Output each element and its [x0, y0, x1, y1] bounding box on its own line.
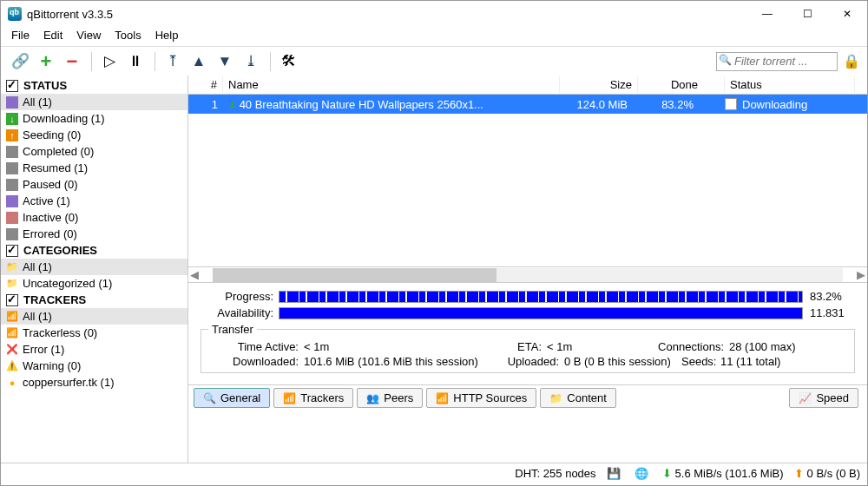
- host-icon: ●: [6, 377, 18, 389]
- col-status[interactable]: Status: [725, 76, 855, 93]
- sidebar-item-downloading[interactable]: ↓Downloading (1): [1, 110, 187, 127]
- menu-tools[interactable]: Tools: [108, 27, 148, 46]
- sidebar-item-seeding[interactable]: ↑Seeding (0): [1, 127, 187, 143]
- sidebar-item-tracker-all[interactable]: 📶All (1): [1, 308, 187, 325]
- tab-speed[interactable]: 📈Speed: [789, 388, 858, 408]
- scroll-thumb[interactable]: [213, 268, 496, 282]
- filter-input[interactable]: [716, 52, 838, 71]
- menu-edit[interactable]: Edit: [36, 27, 69, 46]
- lock-icon[interactable]: 🔒: [843, 53, 860, 69]
- trackers-section-head[interactable]: TRACKERS: [1, 292, 187, 308]
- move-top-button[interactable]: ⤒: [161, 49, 185, 74]
- status-net: 🌐: [635, 467, 652, 480]
- add-torrent-button[interactable]: +: [34, 49, 58, 74]
- col-num[interactable]: #: [188, 76, 223, 93]
- general-icon: 🔍: [203, 392, 216, 404]
- tab-trackers[interactable]: 📶Trackers: [273, 388, 353, 408]
- transfer-legend: Transfer: [208, 323, 257, 336]
- status-icon: [6, 179, 18, 191]
- tab-general[interactable]: 🔍General: [194, 388, 270, 408]
- sidebar-item-paused[interactable]: Paused (0): [1, 176, 187, 193]
- folder-icon: 📁: [6, 261, 18, 273]
- folder-icon: 📁: [6, 278, 18, 290]
- sidebar: STATUS All (1) ↓Downloading (1) ↑Seeding…: [1, 76, 188, 463]
- downloaded-value: 101.6 MiB (101.6 MiB this session): [304, 355, 503, 368]
- checkbox-icon: [6, 294, 18, 306]
- sidebar-item-active[interactable]: Active (1): [1, 193, 187, 209]
- horizontal-scrollbar[interactable]: ◀ ▶: [188, 266, 867, 282]
- pause-button[interactable]: ⏸: [123, 49, 148, 74]
- torrent-list[interactable]: 1 ⬇ 40 Breathtaking Nature HD Wallpapers…: [188, 95, 867, 266]
- resume-button[interactable]: ▷: [97, 49, 122, 74]
- eta-value: < 1m: [547, 340, 651, 353]
- scroll-left-icon[interactable]: ◀: [188, 268, 201, 281]
- col-size[interactable]: Size: [560, 76, 638, 93]
- scroll-right-icon[interactable]: ▶: [855, 268, 867, 281]
- progress-label: Progress:: [201, 290, 279, 303]
- sidebar-item-category-uncategorized[interactable]: 📁Uncategorized (1): [1, 275, 187, 292]
- disk-icon: 💾: [607, 467, 621, 480]
- menu-view[interactable]: View: [69, 27, 108, 46]
- col-done[interactable]: Done: [638, 76, 725, 93]
- move-bottom-button[interactable]: ⤓: [239, 49, 263, 74]
- status-icon: [6, 146, 18, 158]
- menu-file[interactable]: File: [4, 27, 36, 46]
- sidebar-item-tracker-error[interactable]: ❌Error (1): [1, 341, 187, 358]
- sidebar-item-tracker-host[interactable]: ●coppersurfer.tk (1): [1, 374, 187, 391]
- status-icon: [6, 96, 18, 108]
- status-disk: 💾: [607, 467, 624, 480]
- warning-icon: ⚠️: [6, 360, 18, 372]
- tab-content[interactable]: 📁Content: [540, 388, 616, 408]
- tab-peers[interactable]: 👥Peers: [357, 388, 423, 408]
- sidebar-item-resumed[interactable]: Resumed (1): [1, 160, 187, 176]
- add-link-button[interactable]: 🔗: [8, 49, 32, 74]
- close-button[interactable]: ✕: [827, 1, 867, 27]
- col-name[interactable]: Name: [223, 76, 560, 93]
- sidebar-item-category-all[interactable]: 📁All (1): [1, 259, 187, 275]
- filter-wrap: [716, 52, 838, 71]
- http-icon: 📶: [436, 392, 449, 404]
- eta-label: ETA:: [503, 340, 547, 353]
- upload-icon: ⬆: [794, 467, 804, 480]
- move-up-button[interactable]: ▲: [187, 49, 211, 74]
- status-icon: [6, 212, 18, 224]
- sidebar-item-tracker-warning[interactable]: ⚠️Warning (0): [1, 358, 187, 374]
- seeds-value: 11 (11 total): [720, 355, 780, 368]
- maximize-button[interactable]: ☐: [787, 1, 827, 27]
- tab-http[interactable]: 📶HTTP Sources: [426, 388, 536, 408]
- status-down: ⬇5.6 MiB/s (101.6 MiB): [662, 467, 784, 480]
- tracker-icon: 📶: [6, 327, 18, 339]
- categories-section-head[interactable]: CATEGORIES: [1, 242, 187, 259]
- error-icon: ❌: [6, 344, 18, 356]
- sidebar-item-completed[interactable]: Completed (0): [1, 143, 187, 160]
- sidebar-item-all[interactable]: All (1): [1, 94, 187, 110]
- details-tabs: 🔍General 📶Trackers 👥Peers 📶HTTP Sources …: [188, 384, 867, 410]
- tracker-icon: 📶: [6, 311, 18, 323]
- checkbox-icon: [6, 80, 18, 92]
- transfer-fieldset: Transfer Time Active: < 1m ETA: < 1m Con…: [201, 323, 855, 373]
- status-section-head[interactable]: STATUS: [1, 77, 187, 94]
- settings-button[interactable]: 🛠: [276, 49, 300, 74]
- menu-help[interactable]: Help: [148, 27, 186, 46]
- sidebar-item-errored[interactable]: Errored (0): [1, 226, 187, 242]
- menubar: File Edit View Tools Help: [1, 27, 867, 46]
- move-down-button[interactable]: ▼: [213, 49, 237, 74]
- status-icon: ↓: [6, 113, 18, 125]
- remove-button[interactable]: −: [60, 49, 84, 74]
- uploaded-label: Uploaded:: [503, 355, 564, 368]
- separator: [155, 52, 155, 71]
- sidebar-item-inactive[interactable]: Inactive (0): [1, 209, 187, 226]
- time-active-value: < 1m: [304, 340, 503, 353]
- downloaded-label: Downloaded:: [208, 355, 304, 368]
- content-icon: 📁: [549, 392, 562, 404]
- progress-bar: [279, 291, 803, 303]
- sidebar-item-trackerless[interactable]: 📶Trackerless (0): [1, 325, 187, 341]
- toolbar: 🔗 + − ▷ ⏸ ⤒ ▲ ▼ ⤓ 🛠 🔒: [1, 46, 867, 76]
- status-icon: [6, 162, 18, 174]
- cell-status: Downloading: [737, 96, 867, 113]
- minimize-button[interactable]: —: [747, 1, 787, 27]
- torrent-row[interactable]: 1 ⬇ 40 Breathtaking Nature HD Wallpapers…: [188, 95, 867, 114]
- uploaded-value: 0 B (0 B this session): [564, 355, 681, 368]
- status-icon: [6, 228, 18, 240]
- cell-size: 124.0 MiB: [555, 96, 633, 113]
